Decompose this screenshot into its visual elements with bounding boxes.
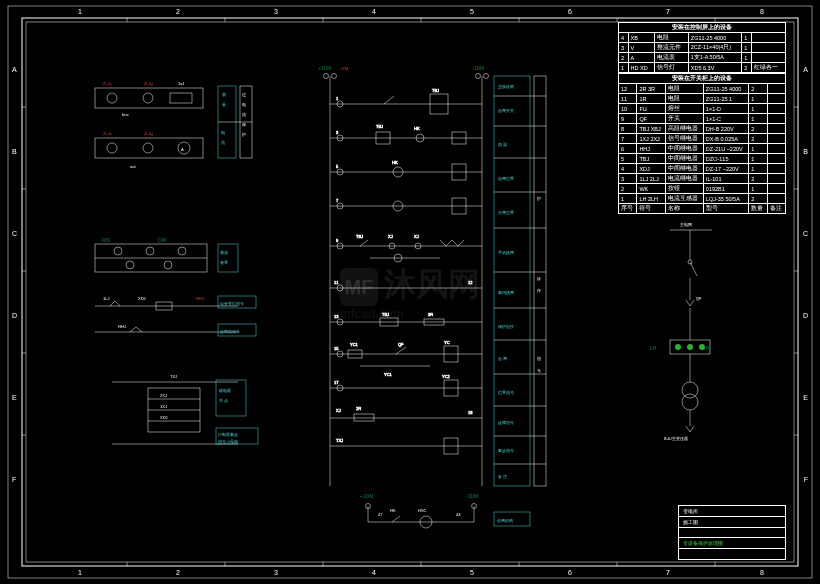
svg-text:流: 流 <box>221 140 225 145</box>
svg-rect-37 <box>95 138 203 158</box>
title-drawing: 专设备保护原理图 <box>679 538 785 549</box>
svg-rect-33 <box>170 93 192 103</box>
svg-text:5: 5 <box>336 164 339 169</box>
svg-text:节 点: 节 点 <box>219 398 228 403</box>
svg-point-60 <box>146 247 154 255</box>
svg-text:1: 1 <box>336 96 339 101</box>
block-overcurrent-protection: 2LJx 2LJg 1xJ bus 2LJx 2LJg A out 测量 过电 … <box>95 81 252 169</box>
svg-text:备 注: 备 注 <box>498 474 507 479</box>
svg-text:事故信号: 事故信号 <box>498 448 514 453</box>
svg-text:操: 操 <box>537 276 541 281</box>
title-sheet <box>679 549 785 559</box>
svg-text:YC1: YC1 <box>384 372 393 377</box>
svg-text:信: 信 <box>537 356 541 361</box>
svg-point-228 <box>687 344 693 350</box>
svg-text:YC1: YC1 <box>350 342 359 347</box>
title-area <box>679 528 785 538</box>
svg-text:合闸位置: 合闸位置 <box>498 176 514 181</box>
svg-text:QF: QF <box>398 342 404 347</box>
svg-text:2XJ: 2XJ <box>160 393 167 398</box>
svg-text:TBJ: TBJ <box>376 124 383 129</box>
svg-text:保护自投: 保护自投 <box>498 324 514 329</box>
svg-text:3R: 3R <box>428 312 433 317</box>
svg-text:位置信号: 位置信号 <box>498 390 514 395</box>
svg-text:HHJ: HHJ <box>118 324 126 329</box>
svg-text:XDJ: XDJ <box>160 415 168 420</box>
svg-text:故障总信号: 故障总信号 <box>220 329 240 334</box>
center-ladder: +1DM +KM -1DM 交换机构 合闸开关 防 误 合闸位置 分闸位置 手动… <box>318 65 546 486</box>
svg-text:过: 过 <box>242 92 246 97</box>
svg-point-39 <box>143 143 153 153</box>
svg-point-31 <box>107 93 117 103</box>
svg-text:TBJ: TBJ <box>382 312 389 317</box>
svg-point-231 <box>682 382 698 398</box>
block-position-signals: 1LJXDJ HHJ 设备变位信号 HHJ 故障总信号 <box>95 296 256 336</box>
svg-text:bus: bus <box>122 112 128 117</box>
svg-text:TXJ: TXJ <box>336 438 343 443</box>
svg-text:电: 电 <box>221 130 225 135</box>
svg-text:15: 15 <box>334 346 339 351</box>
svg-text:装置: 装置 <box>220 260 228 265</box>
svg-text:合闸机构: 合闸机构 <box>497 518 513 523</box>
svg-text:流: 流 <box>242 112 246 117</box>
svg-text:手动跳闸: 手动跳闸 <box>498 250 514 255</box>
svg-text:保: 保 <box>242 122 246 127</box>
svg-text:MS: MS <box>102 237 110 243</box>
svg-text:2LJg: 2LJg <box>144 131 153 136</box>
block-temp-measure: MSDW 测温装置 <box>95 237 238 272</box>
svg-point-59 <box>114 247 122 255</box>
svg-text:QF: QF <box>696 296 702 301</box>
svg-text:43: 43 <box>456 512 461 517</box>
svg-text:分闸位置: 分闸位置 <box>498 210 514 215</box>
block-accident-signal-table: TXJ 2XJ 1XJ XDJ 继电器节 点 控制屏事故 信号小母线 <box>112 374 258 444</box>
svg-text:主电网: 主电网 <box>680 222 692 227</box>
svg-point-232 <box>682 394 698 410</box>
svg-text:合闸开关: 合闸开关 <box>498 108 514 113</box>
svg-text:HK: HK <box>392 160 398 165</box>
svg-text:1xJ: 1xJ <box>178 81 184 86</box>
svg-text:2LJx: 2LJx <box>103 81 111 86</box>
svg-text:测: 测 <box>222 92 226 97</box>
svg-text:护: 护 <box>241 132 246 137</box>
svg-text:+KM: +KM <box>340 66 348 71</box>
title-stage: 施工图 <box>679 517 785 528</box>
svg-text:HXC: HXC <box>418 508 427 513</box>
svg-text:9: 9 <box>336 238 339 243</box>
svg-text:-1DM: -1DM <box>472 65 484 71</box>
svg-text:电: 电 <box>242 102 246 107</box>
svg-text:号: 号 <box>537 368 541 373</box>
title-org: 变电所 <box>679 506 785 517</box>
svg-text:1LJ: 1LJ <box>103 296 109 301</box>
svg-text:HK: HK <box>414 126 420 131</box>
svg-text:-1DM: -1DM <box>466 493 478 499</box>
svg-text:合 闸: 合 闸 <box>498 356 507 361</box>
svg-text:量: 量 <box>222 102 226 107</box>
svg-point-229 <box>699 344 705 350</box>
single-line-diagram: 主电网 QF LH2LH B-6#主变压器 <box>650 222 712 441</box>
svg-text:继电器: 继电器 <box>219 388 231 393</box>
svg-point-32 <box>143 93 153 103</box>
svg-text:13: 13 <box>334 314 339 319</box>
svg-text:DW: DW <box>158 237 167 243</box>
svg-rect-104 <box>534 76 546 486</box>
svg-text:高用跳闸: 高用跳闸 <box>498 290 514 295</box>
svg-point-102 <box>484 74 489 79</box>
svg-text:TBJ: TBJ <box>432 88 439 93</box>
svg-text:2LJg: 2LJg <box>144 81 153 86</box>
block-closing-coil: +1DM-1DM 4743 HK HXC 合闸机构 <box>360 493 530 528</box>
svg-text:7: 7 <box>336 198 339 203</box>
svg-text:TBJ: TBJ <box>356 234 363 239</box>
bill-of-materials: 安装在控制屏上的设备 4XB电阻ZG11-25 400013V整流元件2CZ-1… <box>618 22 786 214</box>
svg-text:控制屏事故: 控制屏事故 <box>218 432 238 437</box>
svg-text:out: out <box>130 164 136 169</box>
svg-text:护: 护 <box>536 196 541 201</box>
title-block: 变电所 施工图 专设备保护原理图 <box>678 505 786 560</box>
svg-text:3: 3 <box>336 130 339 135</box>
svg-text:B-6#主变压器: B-6#主变压器 <box>664 436 688 441</box>
bom-lower-table: 安装在开关柜上的设备 122R 3R电阻ZG11-25 40002111R电阻Z… <box>618 73 786 214</box>
svg-text:TXJ: TXJ <box>170 374 177 379</box>
svg-text:A: A <box>181 147 184 152</box>
svg-text:信号小母线: 信号小母线 <box>218 439 238 444</box>
svg-rect-30 <box>95 88 203 108</box>
svg-text:18: 18 <box>468 410 473 415</box>
